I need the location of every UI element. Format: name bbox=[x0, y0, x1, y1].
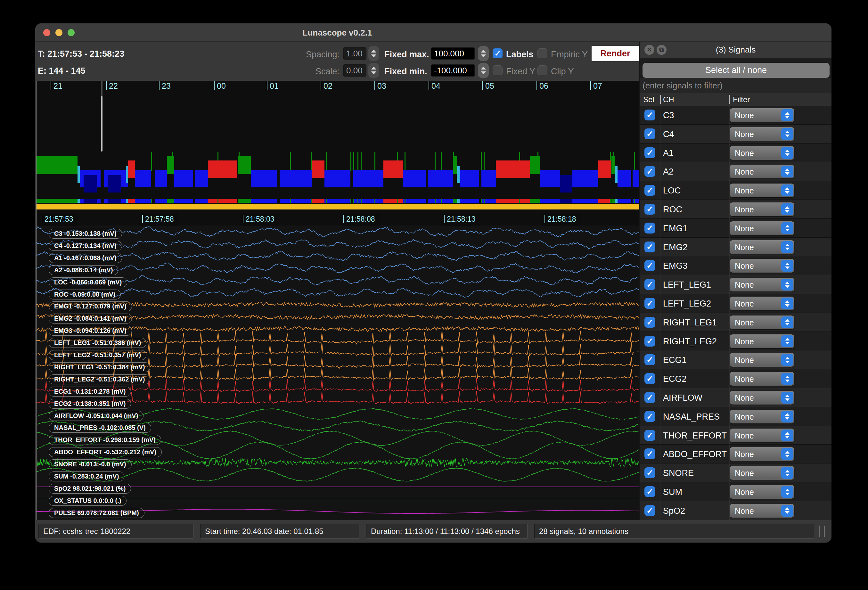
filter-dropdown[interactable]: None bbox=[730, 202, 794, 216]
signal-checkbox[interactable]: ✓ bbox=[644, 317, 655, 327]
signal-plot-area[interactable]: 2122230001020304050607 21:57:5321:57:582… bbox=[36, 81, 639, 520]
dropdown-chevrons-icon[interactable] bbox=[781, 505, 793, 517]
filter-dropdown[interactable]: None bbox=[730, 316, 794, 329]
filter-dropdown[interactable]: None bbox=[730, 278, 794, 292]
filter-dropdown[interactable]: None bbox=[730, 391, 794, 404]
signal-checkbox[interactable]: ✓ bbox=[644, 448, 655, 459]
filter-dropdown[interactable]: None bbox=[730, 466, 794, 480]
signal-checkbox[interactable]: ✓ bbox=[644, 223, 655, 233]
scale-down-icon[interactable] bbox=[371, 71, 376, 74]
filter-dropdown[interactable]: None bbox=[730, 447, 794, 461]
scale-stepper[interactable] bbox=[368, 63, 379, 78]
signal-row-right_leg1: ✓RIGHT_LEG1NonemV2 bbox=[640, 313, 831, 332]
render-button[interactable]: Render bbox=[592, 46, 639, 61]
signal-checkbox[interactable]: ✓ bbox=[644, 373, 655, 384]
filter-dropdown[interactable]: None bbox=[730, 296, 794, 310]
dropdown-chevrons-icon[interactable] bbox=[781, 241, 793, 253]
dropdown-chevrons-icon[interactable] bbox=[781, 392, 793, 404]
dropdown-chevrons-icon[interactable] bbox=[781, 184, 793, 196]
filter-dropdown[interactable]: None bbox=[730, 183, 794, 197]
filter-dropdown[interactable]: None bbox=[730, 165, 794, 178]
signal-checkbox[interactable]: ✓ bbox=[644, 166, 655, 177]
signal-checkbox[interactable]: ✓ bbox=[644, 430, 655, 441]
dropdown-chevrons-icon[interactable] bbox=[781, 411, 793, 422]
clip-y-checkbox[interactable] bbox=[537, 65, 548, 75]
signal-label: LEFT_LEG2 -0.51:0.357 (mV) bbox=[49, 350, 146, 360]
signal-checkbox[interactable]: ✓ bbox=[644, 260, 655, 271]
dropdown-chevrons-icon[interactable] bbox=[781, 486, 793, 498]
filter-dropdown[interactable]: None bbox=[730, 429, 794, 442]
signal-checkbox[interactable]: ✓ bbox=[644, 467, 655, 478]
fixed-min-down-icon[interactable] bbox=[481, 71, 486, 74]
dropdown-chevrons-icon[interactable] bbox=[781, 373, 793, 385]
filter-dropdown[interactable]: None bbox=[730, 108, 794, 122]
spacing-stepper[interactable] bbox=[368, 46, 379, 61]
signal-checkbox[interactable]: ✓ bbox=[644, 486, 655, 497]
channel-name: LEFT_LEG1 bbox=[663, 280, 711, 290]
fixed-max-stepper[interactable] bbox=[478, 46, 489, 61]
spacing-down-icon[interactable] bbox=[371, 55, 376, 58]
dropdown-chevrons-icon[interactable] bbox=[781, 204, 793, 215]
dropdown-chevrons-icon[interactable] bbox=[781, 298, 793, 310]
fixed-min-input[interactable] bbox=[431, 64, 475, 77]
spacing-input[interactable] bbox=[343, 47, 366, 60]
spacing-up-icon[interactable] bbox=[371, 50, 376, 53]
fixed-y-checkbox[interactable] bbox=[493, 65, 503, 75]
filter-dropdown[interactable]: None bbox=[730, 504, 794, 518]
fixed-min-stepper[interactable] bbox=[478, 63, 489, 78]
dropdown-chevrons-icon[interactable] bbox=[781, 222, 793, 234]
filter-dropdown[interactable]: None bbox=[730, 485, 794, 499]
time-cursor[interactable] bbox=[101, 81, 102, 96]
signal-checkbox[interactable]: ✓ bbox=[644, 411, 655, 422]
signal-checkbox[interactable]: ✓ bbox=[644, 185, 655, 196]
signal-checkbox[interactable]: ✓ bbox=[644, 279, 655, 290]
empiric-y-checkbox[interactable] bbox=[537, 49, 548, 58]
filter-dropdown[interactable]: None bbox=[730, 127, 794, 141]
dropdown-chevrons-icon[interactable] bbox=[781, 260, 793, 271]
signal-checkbox[interactable]: ✓ bbox=[644, 354, 655, 365]
filter-dropdown[interactable]: None bbox=[730, 259, 794, 273]
filter-dropdown[interactable]: None bbox=[730, 221, 794, 235]
signal-checkbox[interactable]: ✓ bbox=[644, 204, 655, 215]
splitter-handle[interactable] bbox=[824, 526, 825, 537]
fixed-max-down-icon[interactable] bbox=[481, 55, 486, 58]
select-all-none-button[interactable]: Select all / none bbox=[642, 63, 830, 78]
signal-filter-input[interactable] bbox=[640, 78, 831, 93]
signal-checkbox[interactable]: ✓ bbox=[644, 336, 655, 347]
filter-dropdown[interactable]: None bbox=[730, 372, 794, 386]
signal-checkbox[interactable]: ✓ bbox=[644, 148, 655, 158]
dropdown-chevrons-icon[interactable] bbox=[781, 335, 793, 347]
filter-dropdown[interactable]: None bbox=[730, 353, 794, 367]
dropdown-chevrons-icon[interactable] bbox=[781, 279, 793, 291]
signal-checkbox[interactable]: ✓ bbox=[644, 242, 655, 252]
dropdown-chevrons-icon[interactable] bbox=[781, 165, 793, 177]
hypnogram[interactable]: 2122230001020304050607 bbox=[37, 81, 639, 226]
dropdown-chevrons-icon[interactable] bbox=[781, 429, 793, 441]
dropdown-chevrons-icon[interactable] bbox=[781, 128, 793, 140]
hypnogram-hour-label: 07 bbox=[590, 81, 602, 90]
dropdown-chevrons-icon[interactable] bbox=[781, 147, 793, 159]
labels-checkbox[interactable]: ✓ bbox=[493, 49, 503, 58]
time-cursor[interactable] bbox=[101, 96, 102, 152]
dropdown-chevrons-icon[interactable] bbox=[781, 109, 793, 121]
dropdown-chevrons-icon[interactable] bbox=[781, 448, 793, 460]
filter-dropdown[interactable]: None bbox=[730, 335, 794, 348]
signal-checkbox[interactable]: ✓ bbox=[644, 109, 655, 121]
filter-dropdown-value: None bbox=[735, 243, 754, 252]
signal-checkbox[interactable]: ✓ bbox=[644, 298, 655, 309]
signal-checkbox[interactable]: ✓ bbox=[644, 392, 655, 403]
fixed-min-up-icon[interactable] bbox=[481, 66, 486, 69]
scale-input[interactable] bbox=[343, 64, 366, 77]
filter-dropdown[interactable]: None bbox=[730, 240, 794, 254]
fixed-max-input[interactable] bbox=[431, 47, 475, 60]
signal-checkbox[interactable]: ✓ bbox=[644, 505, 655, 516]
fixed-max-up-icon[interactable] bbox=[481, 50, 486, 53]
filter-dropdown[interactable]: None bbox=[730, 410, 794, 423]
signal-checkbox[interactable]: ✓ bbox=[644, 128, 655, 139]
dropdown-chevrons-icon[interactable] bbox=[781, 316, 793, 328]
dropdown-chevrons-icon[interactable] bbox=[781, 467, 793, 479]
dropdown-chevrons-icon[interactable] bbox=[781, 354, 793, 366]
filter-dropdown[interactable]: None bbox=[730, 146, 794, 160]
scale-up-icon[interactable] bbox=[371, 66, 376, 69]
splitter-handle[interactable] bbox=[819, 526, 820, 537]
